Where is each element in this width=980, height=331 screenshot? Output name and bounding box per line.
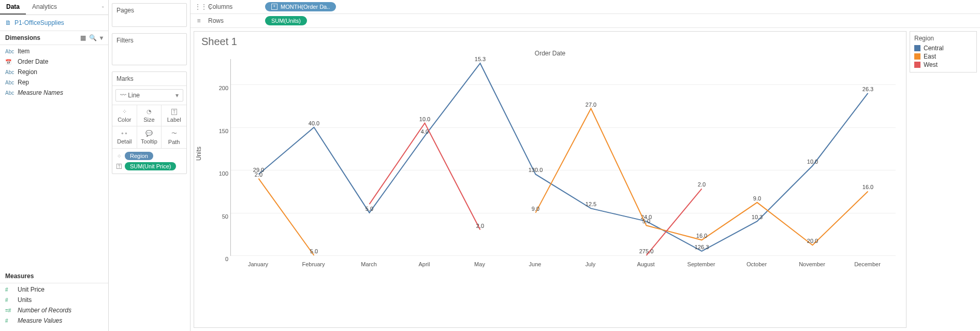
color-dots-icon: ⁘ <box>115 152 123 160</box>
field-item[interactable]: 📅Order Date <box>0 56 108 67</box>
dimensions-header: Dimensions ▦ 🔍 ▾ <box>0 31 108 45</box>
field-label: Number of Records <box>18 307 71 314</box>
marks-detail-button[interactable]: ∘∘ Detail <box>112 126 137 149</box>
field-label: Measure Names <box>18 89 63 96</box>
legend-item[interactable]: East <box>914 52 972 61</box>
tab-analytics[interactable]: Analytics <box>26 0 63 15</box>
field-label: Measure Values <box>18 317 62 324</box>
legend-swatch <box>914 62 920 68</box>
data-source-row[interactable]: 🗎 P1-OfficeSupplies <box>0 15 108 31</box>
field-item[interactable]: =#Number of Records <box>0 305 108 315</box>
marks-pill[interactable]: Region <box>125 152 153 160</box>
field-item[interactable]: AbcItem <box>0 46 108 56</box>
columns-pill-label: MONTH(Order Da.. <box>281 4 330 10</box>
sheet-title[interactable]: Sheet 1 <box>201 36 901 48</box>
marks-color-label: Color <box>118 117 131 123</box>
legend-item[interactable]: Central <box>914 44 972 52</box>
marks-tooltip-button[interactable]: 💬 Tooltip <box>137 126 162 149</box>
measures-header-label: Measures <box>5 272 34 280</box>
x-tick-label: October <box>747 261 767 267</box>
field-item[interactable]: AbcMeasure Names <box>0 88 108 98</box>
y-tick-label: 0 <box>225 256 228 262</box>
expand-icon: + <box>271 4 277 10</box>
data-panel: Data Analytics ◦ 🗎 P1-OfficeSupplies Dim… <box>0 0 109 331</box>
legend-swatch <box>914 45 920 51</box>
pages-shelf[interactable]: Pages <box>112 3 187 27</box>
data-source-icon: 🗎 <box>5 19 11 26</box>
marks-color-button[interactable]: ⁘ Color <box>112 105 137 126</box>
field-item[interactable]: AbcRegion <box>0 67 108 77</box>
marks-tooltip-label: Tooltip <box>141 138 157 145</box>
marks-size-button[interactable]: ◔ Size <box>137 105 162 126</box>
field-item[interactable]: #Unit Price <box>0 284 108 295</box>
filters-shelf[interactable]: Filters <box>112 33 187 65</box>
field-label: Unit Price <box>18 286 45 293</box>
rows-icon: ≡ <box>195 17 203 24</box>
series-line-west <box>231 59 896 255</box>
x-tick-label: August <box>637 261 654 267</box>
label-icon: 🅃 <box>171 109 177 115</box>
legend-label: East <box>924 53 936 60</box>
mark-type-line-icon: 〰 <box>120 92 126 99</box>
y-tick-label: 100 <box>219 170 228 177</box>
tab-menu-icon[interactable]: ◦ <box>98 0 108 15</box>
rows-label: Rows <box>208 17 260 24</box>
chevron-down-icon: ▾ <box>175 92 179 99</box>
field-label: Order Date <box>18 58 48 65</box>
marks-grid: ⁘ Color ◔ Size 🅃 Label ∘∘ Detail 💬 T <box>112 105 186 149</box>
marks-detail-label: Detail <box>117 138 131 145</box>
legend-item[interactable]: West <box>914 61 972 69</box>
rows-shelf[interactable]: ≡ Rows SUM(Units) <box>191 14 980 28</box>
legend-swatch <box>914 53 920 60</box>
label-icon: 🅃 <box>115 163 123 170</box>
view-as-icon[interactable]: ▦ <box>80 34 86 41</box>
marks-pill[interactable]: SUM(Unit Price) <box>125 162 176 170</box>
legend-label: Central <box>924 45 944 52</box>
main-area: ⋮⋮⋮ Columns + MONTH(Order Da.. ≡ Rows SU… <box>191 0 980 331</box>
x-tick-label: May <box>474 261 485 267</box>
field-item[interactable]: #Measure Values <box>0 315 108 326</box>
field-item[interactable]: AbcRep <box>0 77 108 88</box>
marks-path-label: Path <box>168 139 180 145</box>
columns-pill[interactable]: + MONTH(Order Da.. <box>265 2 336 11</box>
plot-area[interactable]: 29.040.05.04.015.3130.012.524.0126.310.3… <box>230 59 896 256</box>
marks-pill-row: 🅃SUM(Unit Price) <box>115 162 183 170</box>
data-source-name: P1-OfficeSupplies <box>14 19 64 26</box>
field-type-icon: # <box>5 318 14 324</box>
columns-shelf[interactable]: ⋮⋮⋮ Columns + MONTH(Order Da.. <box>191 0 980 14</box>
tab-data[interactable]: Data <box>0 0 26 15</box>
legend-panel: Region CentralEastWest <box>910 31 977 73</box>
path-icon: 〜 <box>171 129 177 137</box>
x-tick-label: January <box>248 261 268 267</box>
x-tick-label: March <box>361 261 377 267</box>
marks-label-label: Label <box>167 117 181 123</box>
marks-size-label: Size <box>143 117 154 123</box>
shelves-panel: Pages Filters Marks 〰 Line ▾ ⁘ Color ◔ S… <box>109 0 191 331</box>
field-label: Item <box>18 48 30 55</box>
tooltip-icon: 💬 <box>145 130 153 137</box>
color-dots-icon: ⁘ <box>122 108 127 115</box>
marks-path-button[interactable]: 〜 Path <box>162 126 186 149</box>
columns-label: Columns <box>208 3 260 10</box>
x-tick-label: February <box>302 261 325 267</box>
pages-shelf-label: Pages <box>112 4 186 17</box>
field-type-icon: Abc <box>5 49 14 54</box>
search-fields-icon[interactable]: 🔍 <box>89 34 97 41</box>
field-type-icon: # <box>5 297 14 303</box>
legend-items: CentralEastWest <box>914 44 972 69</box>
mark-type-dropdown[interactable]: 〰 Line ▾ <box>115 89 183 102</box>
field-item[interactable]: #Units <box>0 295 108 305</box>
legend-title: Region <box>914 35 972 42</box>
field-label: Units <box>18 296 32 304</box>
rows-pill[interactable]: SUM(Units) <box>265 16 307 25</box>
detail-icon: ∘∘ <box>121 130 128 137</box>
dimensions-menu-icon[interactable]: ▾ <box>100 34 103 41</box>
field-type-icon: Abc <box>5 90 14 96</box>
chart-zone: Units 050100150200 29.040.05.04.015.3130… <box>199 59 901 277</box>
marks-label-button[interactable]: 🅃 Label <box>162 105 186 126</box>
dimensions-header-label: Dimensions <box>5 34 40 41</box>
field-type-icon: Abc <box>5 69 14 75</box>
dimensions-list: AbcItem📅Order DateAbcRegionAbcRepAbcMeas… <box>0 45 108 103</box>
x-tick-label: June <box>529 261 542 267</box>
y-axis-title: Units <box>195 147 202 161</box>
